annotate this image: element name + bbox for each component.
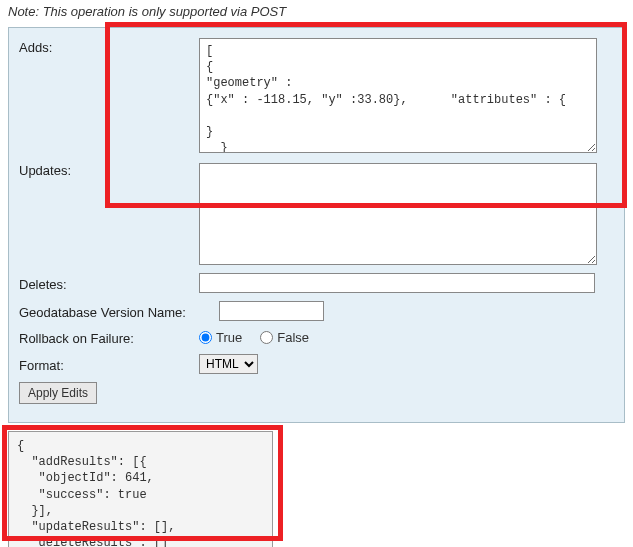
updates-textarea[interactable] bbox=[199, 163, 597, 265]
rollback-false-option[interactable]: False bbox=[260, 330, 309, 345]
format-label: Format: bbox=[19, 356, 199, 373]
version-label: Geodatabase Version Name: bbox=[19, 303, 219, 320]
apply-edits-button[interactable]: Apply Edits bbox=[19, 382, 97, 404]
rollback-true-option[interactable]: True bbox=[199, 330, 242, 345]
adds-textarea[interactable] bbox=[199, 38, 597, 153]
adds-label: Adds: bbox=[19, 38, 199, 55]
result-section: { "addResults": [{ "objectId": 641, "suc… bbox=[8, 431, 625, 547]
deletes-input[interactable] bbox=[199, 273, 595, 293]
result-json: { "addResults": [{ "objectId": 641, "suc… bbox=[8, 431, 273, 547]
post-note: Note: This operation is only supported v… bbox=[0, 0, 633, 23]
rollback-false-radio[interactable] bbox=[260, 331, 273, 344]
updates-label: Updates: bbox=[19, 161, 199, 178]
deletes-label: Deletes: bbox=[19, 275, 199, 292]
format-select[interactable]: HTML bbox=[199, 354, 258, 374]
rollback-false-label: False bbox=[277, 330, 309, 345]
rollback-radio-group: True False bbox=[199, 330, 309, 345]
rollback-true-label: True bbox=[216, 330, 242, 345]
rollback-label: Rollback on Failure: bbox=[19, 329, 199, 346]
version-input[interactable] bbox=[219, 301, 324, 321]
rollback-true-radio[interactable] bbox=[199, 331, 212, 344]
apply-edits-form: Adds: Updates: Deletes: Geodatabase Vers… bbox=[8, 27, 625, 423]
